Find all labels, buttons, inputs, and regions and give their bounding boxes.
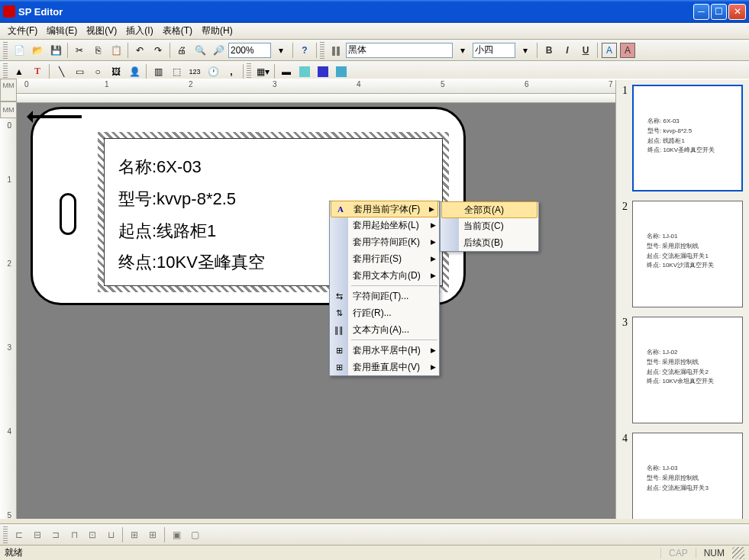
menu-help[interactable]: 帮助(H) — [197, 23, 237, 39]
thumb-item[interactable]: 1 名称: 6X-03 型号: kvvp-8*2.5 起点: 线路柜1 终点: … — [616, 80, 749, 196]
vspacing-icon: ⇅ — [332, 306, 346, 320]
thumb-item[interactable]: 3 名称: 1J-02 型号: 采用原控制线 起点: 交流柜漏电开关2 终点: … — [616, 312, 749, 428]
menu-edit[interactable]: 编辑(E) — [42, 23, 82, 39]
ctx-apply-charspacing[interactable]: 套用字符间距(K) ▶ — [330, 233, 439, 250]
italic-button[interactable]: I — [559, 42, 576, 59]
thumb-preview[interactable]: 名称: 1J-03 型号: 采用原控制线 起点: 交流柜漏电开关3 — [632, 433, 743, 519]
image-tool[interactable]: 🖼 — [108, 63, 124, 80]
thumb-item[interactable]: 2 名称: 1J-01 型号: 采用原控制线 起点: 交流柜漏电开关1 终点: … — [616, 196, 749, 312]
zoom-combo[interactable] — [228, 43, 271, 58]
separator — [597, 43, 598, 58]
separator — [292, 43, 293, 58]
bold-button[interactable]: B — [541, 42, 557, 59]
arrow-icon — [28, 115, 82, 118]
open-button[interactable]: 📂 — [29, 42, 46, 59]
comma-tool[interactable]: , — [223, 63, 240, 80]
new-button[interactable]: 📄 — [11, 42, 27, 59]
ctx-textdir[interactable]: ‖‖ 文本方向(A)... — [330, 321, 439, 338]
rect-tool[interactable]: ▭ — [71, 63, 88, 80]
pointer-tool[interactable]: ▲ — [11, 63, 27, 80]
underline-button[interactable]: U — [577, 42, 594, 59]
fill-color-button[interactable]: ▬ — [278, 63, 295, 80]
paste-button[interactable]: 📋 — [108, 42, 124, 59]
counter-tool[interactable]: 123 — [186, 63, 203, 80]
ctx-charspacing[interactable]: ⇆ 字符间距(T)... — [330, 288, 439, 304]
thumb-preview[interactable]: 名称: 1J-01 型号: 采用原控制线 起点: 交流柜漏电开关1 终点: 10… — [632, 201, 743, 307]
align-bottom-button[interactable]: ⊔ — [102, 526, 119, 543]
table-button[interactable]: ▦▾ — [254, 63, 271, 80]
menu-view[interactable]: 视图(V) — [82, 23, 121, 39]
copy-button[interactable]: ⎘ — [89, 42, 106, 59]
ellipse-tool[interactable]: ○ — [89, 63, 106, 80]
ctx-apply-textdir[interactable]: 套用文本方向(D) ▶ — [330, 267, 439, 284]
text-tool[interactable]: T — [29, 63, 46, 80]
align-left-button[interactable]: ⊏ — [11, 526, 27, 543]
menu-table[interactable]: 表格(T) — [158, 23, 197, 39]
minimize-button[interactable]: ─ — [693, 4, 709, 20]
menu-separator — [351, 285, 437, 286]
ctx-apply-font[interactable]: A 套用当前字体(F) ▶ — [331, 201, 438, 217]
save-button[interactable]: 💾 — [47, 42, 64, 59]
ctx-apply-linespacing[interactable]: 套用行距(S) ▶ — [330, 250, 439, 267]
grip-icon — [3, 63, 8, 80]
resize-grip-icon[interactable] — [732, 547, 744, 559]
fill-a-button[interactable]: A — [619, 42, 636, 59]
submenu-all-pages[interactable]: 全部页(A) — [441, 201, 538, 218]
redo-button[interactable]: ↷ — [150, 42, 166, 59]
thumb-preview[interactable]: 名称: 1J-02 型号: 采用原控制线 起点: 交流柜漏电开关2 终点: 10… — [632, 317, 743, 423]
font-combo[interactable] — [346, 43, 453, 58]
menu-separator — [351, 340, 437, 340]
font-size-combo[interactable] — [473, 43, 515, 58]
align-top-button[interactable]: ⊓ — [66, 526, 82, 543]
separator — [274, 64, 275, 79]
window-buttons: ─ ☐ ✕ — [693, 4, 746, 20]
chevron-right-icon: ▶ — [431, 346, 436, 354]
person-tool[interactable]: 👤 — [126, 63, 143, 80]
menu-file[interactable]: 文件(F) — [3, 23, 42, 39]
barcode-tool[interactable]: ▥ — [150, 63, 166, 80]
thumb-item[interactable]: 4 名称: 1J-03 型号: 采用原控制线 起点: 交流柜漏电开关3 — [616, 428, 749, 519]
time-tool[interactable]: 🕐 — [205, 63, 221, 80]
cut-button[interactable]: ✂ — [71, 42, 88, 59]
thumbnail-panel[interactable]: 1 名称: 6X-03 型号: kvvp-8*2.5 起点: 线路柜1 终点: … — [615, 80, 749, 519]
align-vcenter-button[interactable]: ⊡ — [84, 526, 101, 543]
menu-insert[interactable]: 插入(I) — [121, 23, 157, 39]
help-button[interactable]: ? — [296, 42, 313, 59]
textdir-icon: ‖‖ — [332, 323, 346, 336]
select-tool[interactable]: ⬚ — [168, 63, 185, 80]
size-dropdown-icon[interactable]: ▾ — [517, 42, 534, 59]
font-dropdown-icon[interactable]: ▾ — [454, 42, 471, 59]
line-tool[interactable]: ╲ — [53, 63, 69, 80]
ctx-vcenter[interactable]: ⊞ 套用垂直居中(V) ▶ — [330, 359, 439, 375]
more-color-button[interactable] — [333, 63, 350, 80]
outline-a-button[interactable]: A — [601, 42, 618, 59]
print-button[interactable]: 🖨 — [173, 42, 190, 59]
distribute-h-button[interactable]: ⊞ — [126, 526, 143, 543]
submenu-current-page[interactable]: 当前页(C) — [441, 217, 538, 234]
align-hcenter-button[interactable]: ⊟ — [29, 526, 46, 543]
grip-icon — [320, 42, 324, 59]
send-back-button[interactable]: ▢ — [186, 526, 203, 543]
bring-front-button[interactable]: ▣ — [168, 526, 185, 543]
align-button[interactable]: ‖‖ — [328, 42, 344, 59]
find-button[interactable]: 🔎 — [210, 42, 227, 59]
preview-button[interactable]: 🔍 — [192, 42, 208, 59]
close-button[interactable]: ✕ — [728, 4, 746, 20]
bg-color-button[interactable] — [296, 63, 313, 80]
maximize-button[interactable]: ☐ — [711, 4, 727, 20]
separator — [128, 43, 128, 58]
thumb-preview[interactable]: 名称: 6X-03 型号: kvvp-8*2.5 起点: 线路柜1 终点: 10… — [632, 85, 743, 191]
submenu-following-pages[interactable]: 后续页(B) — [441, 234, 538, 251]
hspacing-icon: ⇆ — [332, 289, 346, 303]
ctx-apply-origin[interactable]: 套用起始坐标(L) ▶ — [330, 217, 439, 233]
separator — [169, 43, 170, 58]
align-right-button[interactable]: ⊐ — [47, 526, 64, 543]
ctx-hcenter[interactable]: ⊞ 套用水平居中(H) ▶ — [330, 342, 439, 359]
ctx-linespacing[interactable]: ⇅ 行距(R)... — [330, 304, 439, 321]
undo-button[interactable]: ↶ — [131, 42, 148, 59]
label-hole — [60, 193, 76, 235]
zoom-dropdown-icon[interactable]: ▾ — [273, 42, 289, 59]
canvas[interactable]: 名称:6X-03 型号:kvvp-8*2.5 起点:线路柜1 终点:10KV圣峰… — [17, 103, 615, 519]
distribute-v-button[interactable]: ⊞ — [144, 526, 161, 543]
fg-color-button[interactable] — [315, 63, 331, 80]
